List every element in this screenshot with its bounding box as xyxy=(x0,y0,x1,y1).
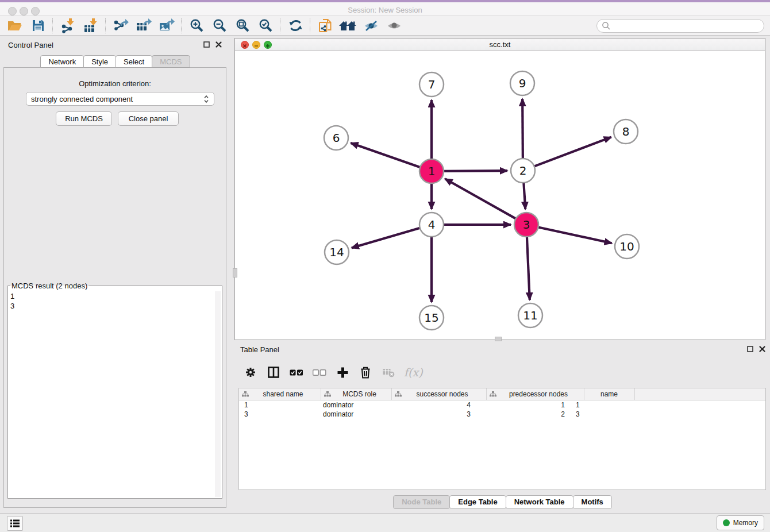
tab-edge-table[interactable]: Edge Table xyxy=(449,495,506,509)
select-all-checkboxes-icon[interactable] xyxy=(289,365,304,380)
refresh-icon[interactable] xyxy=(284,17,307,34)
table-row[interactable]: 3dominator323 xyxy=(239,410,765,419)
tab-motifs[interactable]: Motifs xyxy=(573,495,612,509)
save-session-icon[interactable] xyxy=(26,17,49,34)
tab-style[interactable]: Style xyxy=(83,55,116,68)
graph-node-14[interactable]: 14 xyxy=(325,240,349,264)
toolbar-separator xyxy=(181,18,182,33)
export-network-icon[interactable] xyxy=(109,17,132,34)
column-type-icon xyxy=(490,391,496,397)
export-image-icon[interactable] xyxy=(155,17,178,34)
table-cell: 3 xyxy=(385,410,476,418)
table-cell: 4 xyxy=(385,401,476,409)
graph-node-11[interactable]: 11 xyxy=(518,303,542,327)
graph-node-15[interactable]: 15 xyxy=(419,306,444,330)
zoom-selected-icon[interactable] xyxy=(254,17,277,34)
column-type-icon xyxy=(395,391,402,397)
zoom-in-icon[interactable] xyxy=(185,17,208,34)
horizontal-splitter-handle[interactable] xyxy=(495,337,502,341)
tab-network-table[interactable]: Network Table xyxy=(506,495,573,509)
import-network-icon[interactable] xyxy=(56,17,79,34)
column-header-predecessor-nodes[interactable]: predecessor nodes xyxy=(487,388,584,400)
home-neighbors-icon[interactable] xyxy=(337,17,360,34)
memory-status-icon xyxy=(723,519,730,526)
graph-edge-3-11[interactable] xyxy=(527,236,530,300)
tab-node-table[interactable]: Node Table xyxy=(393,495,450,509)
toolbar-separator xyxy=(52,18,53,33)
graph-node-3[interactable]: 3 xyxy=(514,213,538,237)
show-all-eye-icon[interactable] xyxy=(383,17,406,34)
close-panel-icon[interactable] xyxy=(215,41,222,48)
float-table-panel-icon[interactable] xyxy=(747,346,753,352)
network-graph-canvas[interactable]: 7968124314101511 xyxy=(235,51,765,340)
close-panel-button[interactable]: Close panel xyxy=(118,111,179,126)
graph-edge-3-1[interactable] xyxy=(445,179,517,219)
table-row[interactable]: 1dominator411 xyxy=(239,400,765,410)
graph-node-8[interactable]: 8 xyxy=(614,119,638,144)
add-column-icon[interactable] xyxy=(335,365,350,380)
network-window-titlebar[interactable]: scc.txt xyxy=(235,38,765,51)
mcds-result-box: MCDS result (2 nodes) 1 3 xyxy=(7,282,222,499)
search-box xyxy=(596,19,764,33)
column-header-shared-name[interactable]: shared name xyxy=(239,388,321,400)
delete-table-icon[interactable] xyxy=(381,365,396,380)
graph-node-9[interactable]: 9 xyxy=(510,71,534,95)
svg-text:6: 6 xyxy=(333,131,340,145)
graph-node-4[interactable]: 4 xyxy=(419,213,444,237)
criterion-select[interactable]: strongly connected component xyxy=(26,92,214,106)
svg-text:8: 8 xyxy=(622,125,630,138)
graph-edge-3-10[interactable] xyxy=(538,227,612,243)
graph-edge-2-9[interactable] xyxy=(522,99,523,159)
run-mcds-button[interactable]: Run MCDS xyxy=(56,111,112,126)
graph-node-1[interactable]: 1 xyxy=(419,159,444,183)
select-stepper-icon xyxy=(203,95,209,103)
column-settings-gear-icon[interactable] xyxy=(243,365,258,380)
graph-node-7[interactable]: 7 xyxy=(419,72,444,97)
zoom-out-icon[interactable] xyxy=(208,17,231,34)
column-header-name[interactable]: name xyxy=(584,388,635,400)
mcds-result-text[interactable]: 1 3 xyxy=(10,291,14,311)
graph-edge-2-3[interactable] xyxy=(523,182,525,209)
export-table-icon[interactable] xyxy=(132,17,155,34)
deselect-all-checkboxes-icon[interactable] xyxy=(312,365,327,380)
zoom-fit-icon[interactable] xyxy=(231,17,254,34)
task-history-button[interactable] xyxy=(7,516,23,531)
graph-node-10[interactable]: 10 xyxy=(615,234,639,259)
open-session-icon[interactable] xyxy=(3,17,26,34)
column-header-mcds-role[interactable]: MCDS role xyxy=(321,388,392,400)
graph-edge-4-14[interactable] xyxy=(352,228,421,248)
delete-column-trash-icon[interactable] xyxy=(358,365,373,380)
control-panel-tabs: Network Style Select MCDS xyxy=(0,55,230,68)
table-cell: 1 xyxy=(239,401,318,409)
table-panel-tabs: Node Table Edge Table Network Table Moti… xyxy=(234,495,770,509)
tab-network[interactable]: Network xyxy=(40,55,84,68)
graph-edge-1-2[interactable] xyxy=(443,171,507,171)
graph-edge-1-6[interactable] xyxy=(351,143,421,167)
tab-mcds[interactable]: MCDS xyxy=(152,55,190,68)
split-view-icon[interactable] xyxy=(266,365,281,380)
result-scrollbar[interactable] xyxy=(215,291,221,497)
table-cell: 1 xyxy=(476,401,571,409)
table-cell: 3 xyxy=(239,410,318,418)
clone-network-icon[interactable] xyxy=(314,17,337,34)
graph-edge-2-8[interactable] xyxy=(534,137,611,167)
hide-selected-eye-icon[interactable] xyxy=(360,17,383,34)
function-builder-button[interactable]: f(x) xyxy=(404,365,423,380)
svg-text:10: 10 xyxy=(619,240,634,253)
graph-node-2[interactable]: 2 xyxy=(511,159,535,183)
criterion-value: strongly connected component xyxy=(31,95,133,103)
column-header-successor-nodes[interactable]: successor nodes xyxy=(392,388,487,400)
float-panel-icon[interactable] xyxy=(203,41,210,48)
graph-node-6[interactable]: 6 xyxy=(324,126,348,150)
toolbar-separator xyxy=(310,18,311,33)
table-cell: dominator xyxy=(318,410,385,418)
import-table-icon[interactable] xyxy=(79,17,102,34)
memory-button[interactable]: Memory xyxy=(717,515,764,530)
optimization-criterion-label: Optimization criterion: xyxy=(4,79,226,88)
vertical-splitter-handle[interactable] xyxy=(233,268,237,277)
close-table-panel-icon[interactable] xyxy=(759,346,765,352)
search-input[interactable] xyxy=(611,20,764,32)
tab-select[interactable]: Select xyxy=(116,55,152,68)
toolbar-separator xyxy=(280,18,281,33)
toolbar-separator xyxy=(105,18,106,33)
